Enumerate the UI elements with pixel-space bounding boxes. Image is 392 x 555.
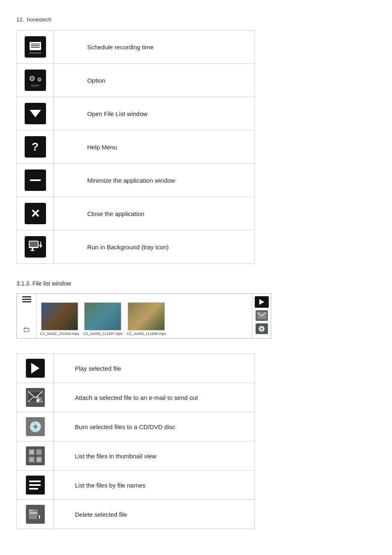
burn-button-preview[interactable]: 💿 xyxy=(256,323,268,334)
folder-icon: 🗀 xyxy=(23,325,30,334)
thumb-view-svg xyxy=(28,448,43,463)
delete-icon-cell xyxy=(17,500,54,529)
file-thumb-2: C2_Jun03_111207.mps xyxy=(83,302,123,336)
minimize-bar xyxy=(30,179,41,181)
play-selected-icon xyxy=(26,359,45,378)
thumbnail-image-2 xyxy=(84,302,121,330)
option-row-label: Option xyxy=(87,64,254,97)
minimize-icon xyxy=(25,170,46,191)
email-icon-small xyxy=(257,312,266,319)
file-list-section-heading: 3.1.3. File list window xyxy=(16,280,376,287)
list-line-1 xyxy=(29,481,41,482)
list-view-icon-cell xyxy=(17,471,54,499)
section-header: 12. honestech xyxy=(16,16,376,23)
table-row: Play selected file xyxy=(17,354,255,383)
option-icon: ⚙ ⚙ Option xyxy=(25,70,46,91)
list-line-3 xyxy=(29,488,38,490)
delete-file-icon xyxy=(26,505,45,524)
svg-rect-23 xyxy=(29,509,33,511)
play-triangle-icon xyxy=(259,299,264,305)
email-button-preview[interactable] xyxy=(256,310,268,321)
help-menu-label: Help Menu xyxy=(87,130,254,164)
table-row: ? Help Menu xyxy=(17,130,255,164)
play-selected-label: Play selected file xyxy=(67,354,254,383)
svg-rect-20 xyxy=(30,457,34,462)
open-file-list-label: Open File List window xyxy=(87,97,254,130)
file-thumb-3: C2_Jun03_111838.mps xyxy=(127,302,166,336)
svg-rect-27 xyxy=(39,515,40,518)
tray-svg xyxy=(28,239,43,255)
close-icon-cell: ✕ xyxy=(17,197,54,230)
delete-svg xyxy=(28,507,43,522)
gear-icon-2: ⚙ xyxy=(37,77,42,83)
tray-label: Run in Background (tray icon) xyxy=(87,230,254,264)
burn-label: Burn selected files to a CD/DVD disc xyxy=(67,412,254,441)
table-row: Attach a selected file to an e-mail to s… xyxy=(17,383,255,412)
file-list-thumbnails: C2_Jun02_151544.mps C2_Jun03_111207.mps … xyxy=(37,294,252,338)
table-row: ⚙ ⚙ Option Option xyxy=(17,64,255,97)
section-number: 12. xyxy=(16,16,24,23)
file-name-2: C2_Jun03_111207.mps xyxy=(83,332,123,336)
gear-icon: ⚙ xyxy=(29,74,35,83)
play-button-preview[interactable] xyxy=(255,296,269,308)
minimize-label: Minimize the application window xyxy=(87,164,254,197)
schedule-row-label: Schedule recording time xyxy=(87,30,254,64)
play-triangle-large-icon xyxy=(31,363,39,374)
svg-rect-24 xyxy=(30,513,37,513)
minimize-icon-cell xyxy=(17,164,54,197)
list-view-icon xyxy=(26,476,45,495)
down-arrow-icon xyxy=(25,103,46,124)
option-label: Option xyxy=(31,84,39,87)
file-list-window-preview: 🗀 C2_Jun02_151544.mps C2_Jun03_111207.mp… xyxy=(16,293,271,339)
list-line-2 xyxy=(29,484,41,486)
email-svg xyxy=(28,391,43,404)
hamburger-line-1 xyxy=(22,296,31,297)
option-icon-cell: ⚙ ⚙ Option xyxy=(17,64,54,97)
svg-rect-5 xyxy=(40,242,41,245)
svg-rect-1 xyxy=(30,242,38,247)
thumbnail-image-1 xyxy=(41,302,78,330)
main-icon-table: Schedule Schedule recording time ⚙ ⚙ Opt… xyxy=(16,30,255,264)
close-label: Close the application xyxy=(87,197,254,230)
thumb-view-icon-cell xyxy=(17,441,54,470)
play-selected-icon-cell xyxy=(17,354,54,383)
svg-marker-4 xyxy=(39,245,42,248)
open-file-list-icon-cell xyxy=(17,97,54,130)
schedule-label: Schedule xyxy=(29,51,41,54)
file-name-1: C2_Jun02_151544.mps xyxy=(40,332,79,336)
svg-rect-13 xyxy=(37,396,38,399)
arrow-shape xyxy=(30,110,41,117)
table-row: Delete selected file xyxy=(17,500,255,529)
thumbnail-view-icon xyxy=(26,446,45,465)
email-icon xyxy=(26,388,45,407)
file-list-section-label: 3.1.3. File list window xyxy=(16,280,71,287)
help-icon-cell: ? xyxy=(17,130,54,163)
table-row: List the files by file names xyxy=(17,471,255,500)
table-row: 💿 Burn selected files to a CD/DVD disc xyxy=(17,412,255,441)
svg-rect-3 xyxy=(30,250,35,251)
help-icon: ? xyxy=(25,136,46,158)
burn-icon-cell: 💿 xyxy=(17,412,54,441)
svg-rect-19 xyxy=(37,450,41,454)
bottom-icon-table: Play selected file xyxy=(16,353,255,529)
email-label: Attach a selected file to an e-mail to s… xyxy=(67,383,254,412)
file-list-sidebar: 🗀 xyxy=(17,294,37,338)
table-row: Run in Background (tray icon) xyxy=(17,230,255,264)
schedule-icon: Schedule xyxy=(25,36,46,58)
svg-rect-2 xyxy=(32,248,33,250)
table-row: List the files in thumbnail view xyxy=(17,441,255,471)
table-row: Schedule Schedule recording time xyxy=(17,30,255,64)
file-list-action-buttons: 💿 xyxy=(252,294,271,338)
hamburger-line-3 xyxy=(22,301,31,302)
list-view-label: List the files by file names xyxy=(67,471,254,500)
tray-icon-cell xyxy=(17,230,54,263)
file-name-3: C2_Jun03_111838.mps xyxy=(127,332,166,336)
table-row: Open File List window xyxy=(17,97,255,130)
table-row: ✕ Close the application xyxy=(17,197,255,230)
hamburger-line-2 xyxy=(22,299,31,300)
schedule-icon-cell: Schedule xyxy=(17,30,54,63)
email-icon-cell xyxy=(17,383,54,412)
close-icon: ✕ xyxy=(25,203,46,224)
svg-rect-18 xyxy=(30,450,34,454)
delete-label: Delete selected file xyxy=(67,500,254,529)
